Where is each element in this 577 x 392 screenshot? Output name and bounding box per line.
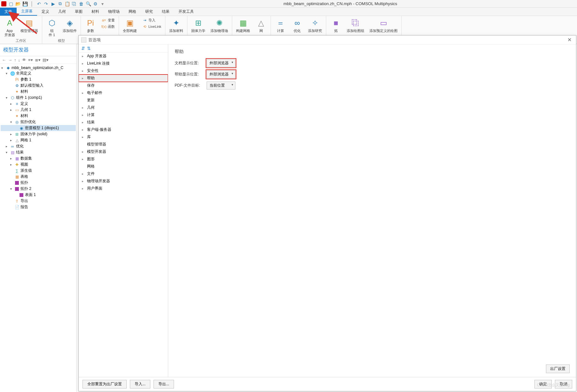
cat-ui[interactable]: ▸用户界面	[79, 185, 168, 192]
cat-app-dev[interactable]: ▸App 开发器	[79, 52, 168, 60]
cat-phys-dev[interactable]: ▸物理场开发器	[79, 177, 168, 185]
import-button[interactable]: ⇥导入	[141, 17, 162, 23]
parameters-button[interactable]: Pi参数	[83, 17, 98, 34]
cat-update[interactable]: 更新	[79, 97, 168, 104]
cat-security[interactable]: ▸安全性	[79, 67, 168, 74]
collapse-icon[interactable]: ≡▾	[28, 58, 33, 62]
undo-icon[interactable]: ↶	[36, 1, 42, 6]
play-icon[interactable]: ▶	[51, 1, 56, 6]
combo-pdf-target[interactable]: 当前位置	[207, 82, 235, 90]
app-builder-button[interactable]: AApp 开发器	[3, 17, 17, 38]
save-icon[interactable]: 💾	[22, 1, 28, 6]
topology-button[interactable]: ■拓	[329, 17, 343, 34]
new-icon[interactable]: ▢	[8, 1, 13, 6]
menu-materials[interactable]: 材料	[87, 8, 104, 16]
tree-results[interactable]: ▾▤结果	[1, 149, 76, 155]
cat-help[interactable]: ▸帮助	[79, 74, 168, 82]
add-component-button[interactable]: ◈添加组件	[61, 17, 78, 34]
menu-home[interactable]: 主屏幕	[17, 8, 37, 16]
build-all-button[interactable]: ▣全部构建	[122, 17, 138, 34]
menu-file[interactable]: 文件	[0, 8, 17, 16]
tree-topo[interactable]: 拓扑	[1, 180, 76, 186]
livelink-button[interactable]: ⟲LiveLink	[141, 24, 162, 29]
tree-global-def[interactable]: ▾🌐全局定义	[1, 70, 76, 76]
more-icon[interactable]: ▾	[100, 1, 105, 6]
menu-physics[interactable]: 物理场	[104, 8, 124, 16]
functions-button[interactable]: f(x)函数	[100, 24, 116, 29]
expand-all-icon[interactable]: ⇵	[81, 46, 85, 51]
combo-help-location[interactable]: 外部浏览器	[207, 70, 235, 78]
optimize-button[interactable]: ∞优化	[290, 17, 304, 34]
cat-library[interactable]: ▸库	[79, 133, 168, 141]
filter-icon[interactable]: ▤▾	[43, 58, 49, 62]
cat-mesh[interactable]: 网格	[79, 163, 168, 170]
cat-client-server[interactable]: ▸客户端-服务器	[79, 126, 168, 133]
menu-results[interactable]: 结果	[157, 8, 174, 16]
import-button[interactable]: 导入...	[130, 380, 150, 388]
export-button[interactable]: 导出...	[154, 380, 174, 388]
tree-optimization[interactable]: ▸∞优化	[1, 143, 76, 149]
cat-compute[interactable]: ▸计算	[79, 111, 168, 119]
eye-icon[interactable]: 👁	[22, 58, 26, 62]
menu-sketch[interactable]: 草图	[70, 8, 87, 16]
cat-file[interactable]: ▸文件	[79, 170, 168, 177]
menu-mesh[interactable]: 网格	[124, 8, 141, 16]
cat-geom[interactable]: ▸几何	[79, 104, 168, 111]
compute-button[interactable]: ＝计算	[273, 17, 288, 34]
collapse-all-icon[interactable]: ⇅	[87, 46, 91, 51]
tree-report[interactable]: 📄报告	[1, 204, 76, 210]
find-icon[interactable]: 🔍	[86, 1, 91, 6]
cat-save[interactable]: 保存	[79, 82, 168, 89]
tree-density-model[interactable]: ◉密度模型 1 (dtopo1)	[1, 125, 76, 131]
ok-button[interactable]: 确定	[534, 380, 552, 388]
cat-livelink[interactable]: ▸LiveLink 连接	[79, 60, 168, 67]
tree-param1[interactable]: Pi参数 1	[1, 76, 76, 82]
nav-back-icon[interactable]: ←	[2, 58, 6, 62]
tree-surface1[interactable]: 表面 1	[1, 192, 76, 198]
variables-button[interactable]: a=变量	[100, 17, 116, 23]
copy-icon[interactable]: ⧉	[58, 1, 63, 6]
menu-study[interactable]: 研究	[141, 8, 157, 16]
tree-solid[interactable]: ▸⊞固体力学 (solid)	[1, 131, 76, 137]
cat-graphics[interactable]: ▸图形	[79, 155, 168, 163]
tree-topo-opt[interactable]: ▾◎拓扑优化	[1, 119, 76, 125]
tree-comp1[interactable]: ▾⬡组件 1 (comp1)	[1, 95, 76, 101]
reset-all-button[interactable]: 全部重置为出厂设置	[83, 380, 127, 388]
combo-doc-location[interactable]: 外部浏览器	[207, 59, 235, 67]
delete-icon[interactable]: 🗑	[79, 1, 84, 6]
component-button[interactable]: ⬡组 件 1	[45, 17, 59, 38]
menu-definitions[interactable]: 定义	[37, 8, 54, 16]
paste-icon[interactable]: 📋	[65, 1, 70, 6]
tree-mesh1[interactable]: ▸△网格 1	[1, 137, 76, 143]
cancel-button[interactable]: 取消	[555, 380, 572, 388]
add-study-button[interactable]: ✧添加研究	[307, 17, 323, 34]
menu-geometry[interactable]: 几何	[54, 8, 70, 16]
solid-mechanics-button[interactable]: ⊞固体力学	[190, 17, 207, 34]
expand-icon[interactable]: ≣▾	[35, 58, 41, 62]
tree-views[interactable]: ▸✚视图	[1, 161, 76, 168]
tree-tables[interactable]: ▦表格	[1, 174, 76, 180]
add-predef-plot-button[interactable]: ▭添加预定义的绘图	[368, 17, 399, 34]
factory-settings-button[interactable]: 出厂设置	[546, 365, 570, 373]
tree-geom1[interactable]: ▸▭几何 1	[1, 107, 76, 113]
tree-topo2[interactable]: ▾拓扑 2	[1, 186, 76, 192]
nav-down-icon[interactable]: ↓	[18, 58, 20, 62]
tree-export[interactable]: ⇪导出	[1, 198, 76, 204]
cat-results[interactable]: ▸结果	[79, 119, 168, 126]
close-icon[interactable]: ✕	[565, 37, 573, 43]
add-physics-button[interactable]: ✺添加物理场	[209, 17, 229, 34]
duplicate-icon[interactable]: ⿻	[72, 1, 77, 6]
tree-default-input[interactable]: ⚙默认模型输入	[1, 82, 76, 89]
tree-materials-comp[interactable]: ✦材料	[1, 113, 76, 119]
add-plot-group-button[interactable]: ⿻添加绘图组	[345, 17, 366, 34]
tree-root[interactable]: ▾◆mbb_beam_optimization.zh_C	[1, 65, 76, 70]
cat-model-mgr[interactable]: 模型管理器	[79, 141, 168, 148]
build-mesh-button[interactable]: ▦构建网格	[235, 17, 251, 34]
open-icon[interactable]: 📂	[15, 1, 20, 6]
tree-derived[interactable]: ∑派生值	[1, 168, 76, 174]
model-manager-button[interactable]: ▤模型管理器	[19, 17, 39, 34]
nav-fwd-icon[interactable]: →	[8, 58, 12, 62]
tree-materials-global[interactable]: ✦材料	[1, 89, 76, 95]
nav-up-icon[interactable]: ↑	[14, 58, 16, 62]
tree-defs[interactable]: ▸≡定义	[1, 101, 76, 107]
